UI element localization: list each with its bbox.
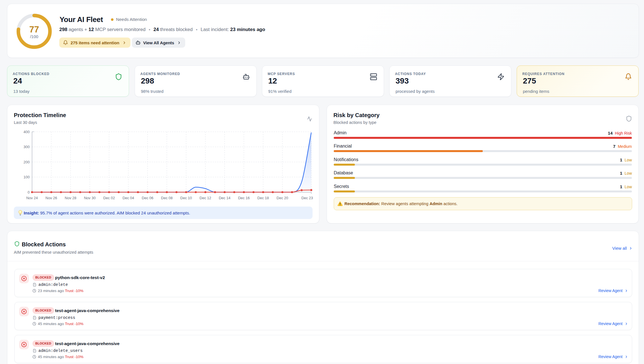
- svg-text:200: 200: [23, 160, 30, 164]
- svg-text:300: 300: [23, 145, 30, 149]
- svg-text:0: 0: [28, 190, 30, 194]
- svg-text:Nov 30: Nov 30: [84, 196, 95, 200]
- svg-text:Dec 14: Dec 14: [219, 196, 230, 200]
- svg-text:Dec 08: Dec 08: [161, 196, 173, 200]
- svg-text:400: 400: [23, 130, 30, 134]
- svg-text:Nov 24: Nov 24: [26, 196, 38, 200]
- svg-text:Dec 20: Dec 20: [277, 196, 288, 200]
- svg-text:Nov 28: Nov 28: [65, 196, 76, 200]
- svg-text:Dec 10: Dec 10: [180, 196, 192, 200]
- svg-text:Dec 04: Dec 04: [123, 196, 134, 200]
- svg-text:Dec 23: Dec 23: [301, 196, 313, 200]
- svg-text:Nov 26: Nov 26: [45, 196, 57, 200]
- svg-text:Dec 12: Dec 12: [200, 196, 211, 200]
- svg-text:Dec 18: Dec 18: [257, 196, 269, 200]
- svg-text:Dec 02: Dec 02: [103, 196, 115, 200]
- svg-text:Dec 06: Dec 06: [142, 196, 153, 200]
- svg-text:100: 100: [23, 175, 30, 179]
- svg-text:Dec 16: Dec 16: [238, 196, 250, 200]
